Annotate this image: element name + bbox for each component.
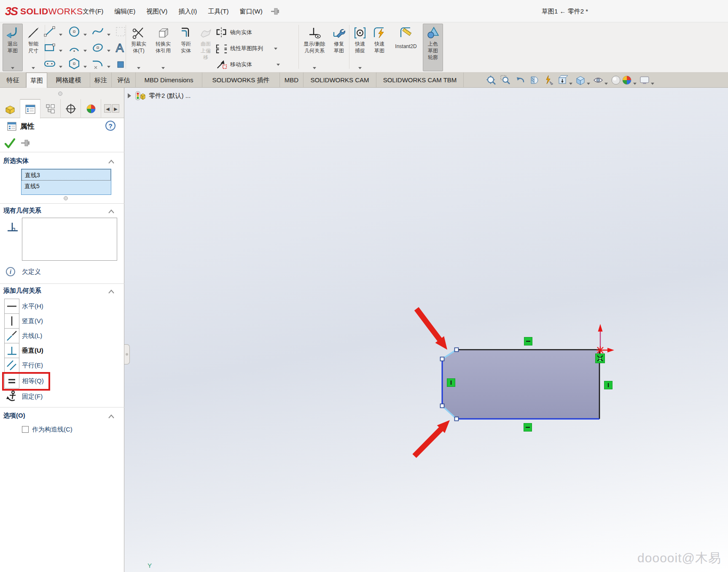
selected-entities-listbox[interactable]: 直线3 直线5 bbox=[21, 169, 111, 195]
menu-tools[interactable]: 工具(T) bbox=[202, 0, 234, 22]
existing-relations-collapse[interactable] bbox=[107, 208, 116, 214]
menu-view[interactable]: 视图(V) bbox=[141, 0, 173, 22]
tab-featuremanager-tree[interactable] bbox=[0, 99, 20, 118]
ok-check-button[interactable] bbox=[3, 137, 16, 149]
relation-equal-label[interactable]: 相等(Q) bbox=[22, 373, 44, 389]
menu-window[interactable]: 窗口(W) bbox=[234, 0, 268, 22]
arc-tool-button[interactable] bbox=[67, 41, 82, 56]
shaded-sketch-contours-button[interactable]: 上色 草图 轮廓 bbox=[423, 24, 443, 71]
rapid-sketch-button[interactable]: 快速 草图 bbox=[370, 24, 389, 71]
relation-vertical-label[interactable]: 竖直(V) bbox=[22, 313, 43, 329]
trim-entities-dropdown[interactable] bbox=[137, 67, 140, 69]
hide-show-items-dropdown[interactable] bbox=[604, 79, 608, 86]
quick-snaps-dropdown[interactable] bbox=[358, 67, 362, 69]
relation-vertical-button[interactable] bbox=[4, 313, 19, 329]
polygon-tool-button[interactable] bbox=[67, 57, 82, 72]
manager-tabs-scroll-right[interactable]: ▶ bbox=[112, 104, 119, 113]
tab-solidworks-cam-tbm[interactable]: SOLIDWORKS CAM TBM bbox=[376, 73, 464, 88]
previous-view-icon[interactable] bbox=[514, 75, 525, 86]
zoom-to-fit-icon[interactable] bbox=[486, 75, 497, 86]
panel-splitter-handle[interactable] bbox=[58, 92, 62, 96]
view-settings-dropdown[interactable] bbox=[651, 79, 654, 86]
offset-entities-button[interactable]: 等距 实体 bbox=[176, 24, 196, 71]
relation-horizontal-button[interactable] bbox=[4, 299, 19, 314]
apply-scene-icon[interactable] bbox=[621, 75, 632, 86]
relation-fix-button[interactable] bbox=[4, 389, 19, 404]
pin-menu-icon[interactable] bbox=[270, 6, 281, 17]
display-relations-dropdown[interactable] bbox=[313, 67, 316, 69]
relation-equal-button[interactable] bbox=[4, 373, 19, 389]
pin-button[interactable] bbox=[20, 138, 32, 148]
spline-tool-dropdown[interactable] bbox=[107, 30, 110, 38]
slot-tool-dropdown[interactable] bbox=[59, 62, 62, 70]
vertical-relation-badge[interactable] bbox=[604, 381, 612, 389]
relation-perpendicular-label[interactable]: 垂直(U) bbox=[22, 343, 43, 358]
tab-configurationmanager[interactable] bbox=[40, 99, 61, 118]
exit-sketch-dropdown[interactable] bbox=[11, 67, 14, 69]
move-entities-button[interactable]: 移动实体 bbox=[215, 57, 280, 72]
listbox-resize-handle[interactable] bbox=[64, 196, 68, 200]
tab-dimxpertmanager[interactable] bbox=[61, 99, 81, 118]
existing-relations-listbox[interactable] bbox=[22, 218, 117, 261]
text-tool-button[interactable]: A bbox=[112, 41, 127, 56]
panel-collapse-handle[interactable] bbox=[124, 344, 130, 364]
smart-dimension-dropdown[interactable] bbox=[32, 67, 35, 69]
view-orientation-icon[interactable] bbox=[557, 75, 568, 86]
manager-tabs-scroll-left[interactable]: ◀ bbox=[104, 104, 111, 113]
tab-sketch[interactable]: 草图 bbox=[26, 73, 47, 88]
relation-collinear-label[interactable]: 共线(L) bbox=[22, 328, 42, 343]
display-delete-relations-button[interactable]: 显示/删除 几何关系 bbox=[300, 24, 329, 71]
tab-mbd-dimensions[interactable]: MBD Dimensions bbox=[136, 73, 202, 88]
relation-collinear-button[interactable] bbox=[4, 328, 19, 343]
relation-parallel-button[interactable] bbox=[4, 358, 19, 373]
display-style-icon[interactable] bbox=[575, 75, 586, 86]
section-view-icon[interactable] bbox=[529, 75, 540, 86]
sketch-profile-region[interactable] bbox=[442, 350, 599, 419]
sketch-origin[interactable] bbox=[596, 324, 614, 354]
graphics-area[interactable]: 零件2 (默认) ... bbox=[124, 88, 728, 572]
mirror-entities-button[interactable]: 镜向实体 bbox=[215, 25, 252, 40]
tab-features[interactable]: 特征 bbox=[0, 73, 26, 88]
arc-tool-dropdown[interactable] bbox=[83, 46, 87, 54]
tab-mesh-modeling[interactable]: 网格建模 bbox=[47, 73, 90, 88]
convert-entities-button[interactable]: 转换实 体引用 bbox=[151, 24, 175, 71]
ellipse-tool-dropdown[interactable] bbox=[107, 46, 110, 54]
circle-tool-button[interactable] bbox=[67, 25, 82, 40]
polygon-tool-dropdown[interactable] bbox=[83, 62, 87, 70]
hide-show-items-icon[interactable] bbox=[593, 75, 604, 86]
vertical-relation-badge[interactable] bbox=[447, 378, 455, 387]
linear-pattern-button[interactable]: 线性草图阵列 bbox=[215, 41, 277, 56]
selected-entity-item[interactable]: 直线5 bbox=[21, 181, 111, 192]
linear-pattern-dropdown[interactable] bbox=[274, 48, 277, 50]
relation-horizontal-label[interactable]: 水平(H) bbox=[22, 299, 43, 314]
trim-entities-button[interactable]: 剪裁实 体(T) bbox=[127, 24, 150, 71]
rectangle-tool-button[interactable] bbox=[42, 41, 57, 56]
coincident-relation-badge[interactable] bbox=[595, 353, 605, 363]
instant2d-button[interactable]: Instant2D bbox=[390, 24, 422, 71]
help-button[interactable]: ? bbox=[105, 121, 116, 131]
construction-line-checkbox[interactable] bbox=[22, 426, 29, 433]
edit-appearance-icon[interactable] bbox=[610, 75, 621, 86]
view-orientation-dropdown[interactable] bbox=[569, 79, 572, 86]
quick-snaps-button[interactable]: 快速 捕捉 bbox=[351, 24, 369, 71]
tab-propertymanager[interactable] bbox=[20, 99, 40, 119]
display-style-dropdown[interactable] bbox=[587, 79, 590, 86]
tab-solidworks-cam[interactable]: SOLIDWORKS CAM bbox=[304, 73, 376, 88]
zoom-to-area-icon[interactable] bbox=[500, 75, 511, 86]
view-settings-icon[interactable] bbox=[639, 75, 650, 86]
slot-tool-button[interactable] bbox=[42, 57, 57, 72]
spline-tool-button[interactable] bbox=[90, 25, 105, 40]
menu-file[interactable]: 文件(F) bbox=[77, 0, 109, 22]
apply-scene-dropdown[interactable] bbox=[633, 79, 637, 86]
dynamic-annotation-icon[interactable] bbox=[543, 75, 554, 86]
add-relations-collapse[interactable] bbox=[107, 289, 116, 294]
line-tool-button[interactable] bbox=[42, 25, 57, 40]
construction-line-label[interactable]: 作为构造线(C) bbox=[32, 426, 73, 434]
ellipse-tool-button[interactable] bbox=[90, 41, 105, 56]
rectangle-tool-dropdown[interactable] bbox=[59, 46, 62, 54]
tab-displaymanager[interactable] bbox=[81, 99, 101, 118]
tab-mbd[interactable]: MBD bbox=[280, 73, 304, 88]
options-collapse[interactable] bbox=[107, 413, 116, 419]
tab-markup[interactable]: 标注 bbox=[90, 73, 112, 88]
line-tool-dropdown[interactable] bbox=[59, 30, 62, 38]
